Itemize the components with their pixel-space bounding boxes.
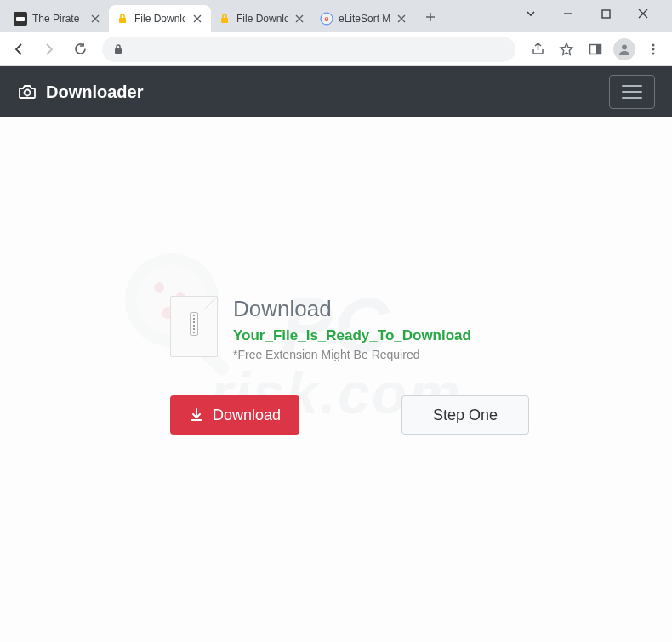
hamburger-menu-button[interactable] xyxy=(609,75,655,109)
window-controls xyxy=(509,2,665,32)
brand[interactable]: Downloader xyxy=(17,82,143,102)
tab-title: File Downlo xyxy=(134,13,185,25)
download-heading: Download xyxy=(233,296,471,322)
avatar-icon xyxy=(613,38,635,60)
lock-favicon-icon xyxy=(218,12,231,26)
titlebar: The Pirate File Downlo File Downlo xyxy=(0,0,672,32)
download-arrow-icon xyxy=(189,407,204,423)
browser-chrome: The Pirate File Downlo File Downlo xyxy=(0,0,672,66)
svg-point-13 xyxy=(652,52,655,54)
tabs-strip: The Pirate File Downlo File Downlo xyxy=(7,0,509,32)
url-bar[interactable] xyxy=(102,37,515,62)
panel-icon[interactable] xyxy=(582,36,609,63)
hamburger-icon xyxy=(622,85,642,99)
back-button[interactable] xyxy=(5,36,32,63)
download-block: Download Your_File_Is_Ready_To_Download … xyxy=(170,296,638,361)
svg-rect-2 xyxy=(119,18,126,23)
svg-rect-3 xyxy=(221,18,228,23)
svg-rect-1 xyxy=(16,17,25,21)
download-button[interactable]: Download xyxy=(170,395,299,435)
star-icon[interactable] xyxy=(553,36,580,63)
tab-title: File Downlo xyxy=(236,13,288,25)
zip-file-icon xyxy=(170,296,218,357)
new-tab-button[interactable] xyxy=(419,5,442,29)
close-icon[interactable] xyxy=(191,12,204,26)
tab-file-download-active[interactable]: File Downlo xyxy=(109,5,211,32)
step-one-button[interactable]: Step One xyxy=(401,395,529,435)
step-one-label: Step One xyxy=(433,406,498,424)
app-header: Downloader xyxy=(0,66,672,117)
camera-icon xyxy=(17,82,37,102)
forward-button[interactable] xyxy=(36,36,63,63)
pirate-favicon-icon xyxy=(14,12,27,26)
tab-pirate[interactable]: The Pirate xyxy=(7,5,109,32)
toolbar-right xyxy=(524,36,667,63)
tab-elitesort[interactable]: e eLiteSort M xyxy=(313,5,415,32)
close-icon[interactable] xyxy=(293,12,306,26)
minimize-button[interactable] xyxy=(556,2,580,26)
menu-button[interactable] xyxy=(640,36,667,63)
download-note: *Free Extension Might Be Required xyxy=(233,348,471,361)
profile-avatar[interactable] xyxy=(611,36,638,63)
svg-rect-9 xyxy=(596,44,601,54)
tab-title: eLiteSort M xyxy=(339,13,390,25)
download-button-label: Download xyxy=(213,406,281,424)
close-window-button[interactable] xyxy=(631,2,655,26)
svg-rect-7 xyxy=(115,48,122,54)
maximize-button[interactable] xyxy=(594,2,618,26)
svg-point-10 xyxy=(622,44,627,49)
brand-label: Downloader xyxy=(46,82,143,102)
lock-icon xyxy=(112,43,124,55)
download-text: Download Your_File_Is_Ready_To_Download … xyxy=(233,296,471,361)
main-content: Download Your_File_Is_Ready_To_Download … xyxy=(0,117,672,435)
chevron-down-icon[interactable] xyxy=(519,2,543,26)
page-viewport: Downloader PC risk.com Download Your_Fil… xyxy=(0,66,672,642)
download-ready-text: Your_File_Is_Ready_To_Download xyxy=(233,327,471,344)
close-icon[interactable] xyxy=(395,12,408,26)
svg-point-11 xyxy=(652,43,655,46)
close-icon[interactable] xyxy=(88,12,102,26)
svg-point-12 xyxy=(652,48,655,50)
tab-file-download-2[interactable]: File Downlo xyxy=(211,5,313,32)
sort-favicon-icon: e xyxy=(320,12,333,26)
lock-favicon-icon xyxy=(116,12,129,26)
button-row: Download Step One xyxy=(170,395,638,435)
tab-title: The Pirate xyxy=(32,13,83,25)
toolbar xyxy=(0,32,672,66)
svg-text:e: e xyxy=(324,14,328,23)
reload-button[interactable] xyxy=(66,36,94,63)
svg-point-14 xyxy=(25,90,31,96)
svg-rect-6 xyxy=(602,10,610,18)
share-icon[interactable] xyxy=(524,36,551,63)
